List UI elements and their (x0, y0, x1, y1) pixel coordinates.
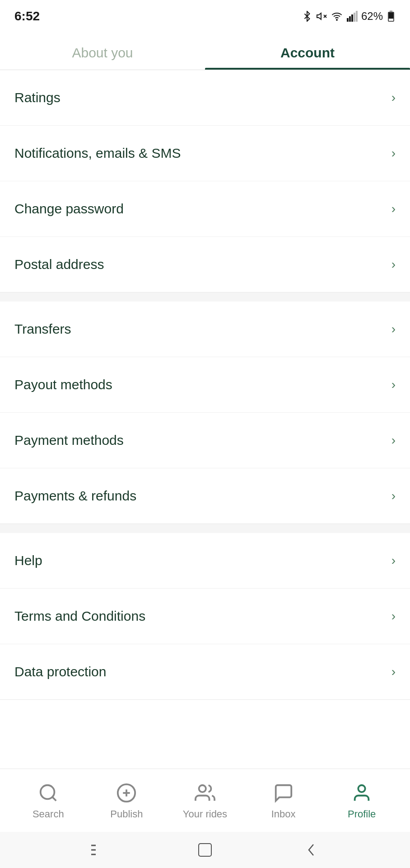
chevron-icon: › (391, 609, 396, 623)
svg-rect-4 (347, 18, 349, 22)
nav-label-rides: Your rides (183, 808, 227, 820)
menu-section-3: Help › Terms and Conditions › Data prote… (0, 533, 410, 700)
nav-menu-button[interactable] (87, 839, 110, 861)
menu-section-2: Transfers › Payout methods › Payment met… (0, 302, 410, 524)
signal-icon (347, 11, 358, 22)
nav-item-publish[interactable]: Publish (88, 781, 166, 820)
menu-item-payment-methods[interactable]: Payment methods › (0, 413, 410, 468)
nav-item-your-rides[interactable]: Your rides (166, 781, 244, 820)
menu-item-transfers[interactable]: Transfers › (0, 302, 410, 357)
back-icon (305, 842, 318, 858)
bottom-nav: Search Publish Your rides (0, 769, 410, 832)
menu-item-ratings[interactable]: Ratings › (0, 70, 410, 126)
section-divider-1 (0, 292, 410, 302)
chevron-icon: › (391, 202, 396, 216)
svg-rect-6 (351, 14, 353, 22)
search-icon (37, 781, 60, 805)
svg-rect-7 (354, 13, 355, 22)
chevron-icon: › (391, 489, 396, 503)
svg-point-3 (336, 19, 337, 20)
nav-label-profile: Profile (348, 808, 376, 820)
profile-icon (350, 781, 373, 805)
wifi-icon (331, 11, 343, 22)
menu-item-payout-methods[interactable]: Payout methods › (0, 357, 410, 413)
menu-item-terms[interactable]: Terms and Conditions › (0, 589, 410, 644)
bluetooth-icon (302, 11, 312, 22)
tab-about-you[interactable]: About you (0, 33, 205, 70)
menu-icon (90, 844, 107, 856)
chevron-icon: › (391, 665, 396, 679)
battery-icon (387, 11, 396, 22)
home-icon (197, 842, 213, 858)
status-bar: 6:52 62% (0, 0, 410, 33)
svg-rect-8 (356, 11, 358, 22)
menu-item-help[interactable]: Help › (0, 533, 410, 589)
status-time: 6:52 (14, 9, 40, 24)
nav-item-profile[interactable]: Profile (322, 781, 401, 820)
menu-item-payments-refunds[interactable]: Payments & refunds › (0, 468, 410, 524)
nav-item-inbox[interactable]: Inbox (244, 781, 323, 820)
section-divider-2 (0, 524, 410, 533)
svg-rect-22 (199, 844, 211, 856)
menu-item-postal-address[interactable]: Postal address › (0, 237, 410, 292)
publish-icon (115, 781, 138, 805)
chevron-icon: › (391, 146, 396, 160)
chevron-icon: › (391, 257, 396, 272)
menu-item-notifications[interactable]: Notifications, emails & SMS › (0, 126, 410, 181)
menu-item-data-protection[interactable]: Data protection › (0, 644, 410, 699)
nav-label-inbox: Inbox (271, 808, 296, 820)
svg-rect-5 (349, 16, 351, 22)
battery-text: 62% (361, 10, 383, 23)
system-nav (0, 832, 410, 868)
svg-marker-0 (317, 13, 321, 19)
chevron-icon: › (391, 553, 396, 568)
chevron-icon: › (391, 322, 396, 336)
chevron-icon: › (391, 433, 396, 448)
svg-rect-11 (389, 13, 393, 19)
nav-label-publish: Publish (110, 808, 143, 820)
rides-icon (193, 781, 217, 805)
tab-account[interactable]: Account (205, 33, 410, 70)
chevron-icon: › (391, 377, 396, 392)
nav-back-button[interactable] (300, 839, 323, 861)
menu-section-1: Ratings › Notifications, emails & SMS › … (0, 70, 410, 292)
status-icons: 62% (302, 10, 396, 23)
nav-item-search[interactable]: Search (9, 781, 88, 820)
tab-header: About you Account (0, 33, 410, 70)
svg-point-17 (199, 785, 206, 792)
svg-point-12 (41, 785, 55, 799)
svg-line-13 (52, 797, 56, 800)
chevron-icon: › (391, 90, 396, 105)
nav-home-button[interactable] (194, 839, 216, 861)
mute-icon (316, 11, 327, 22)
content-area: Ratings › Notifications, emails & SMS › … (0, 70, 410, 770)
svg-point-18 (359, 785, 365, 792)
inbox-icon (272, 781, 295, 805)
menu-item-change-password[interactable]: Change password › (0, 181, 410, 237)
nav-label-search: Search (33, 808, 64, 820)
